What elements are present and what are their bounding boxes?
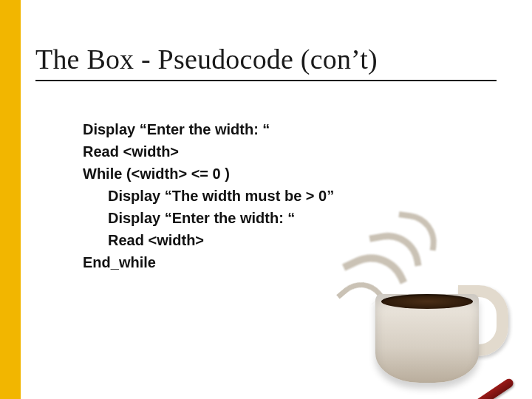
coffee-mug-icon [375, 294, 479, 383]
code-line: Display “The width must be > 0” [83, 185, 334, 207]
accent-sidebar [0, 0, 21, 399]
slide: The Box - Pseudocode (con’t) Display “En… [0, 0, 532, 399]
steam-icon [334, 200, 452, 303]
decorative-art [324, 213, 516, 390]
slide-title: The Box - Pseudocode (con’t) [35, 43, 378, 75]
code-line: Display “Enter the width: “ [83, 207, 334, 229]
code-line: Read <width> [83, 229, 334, 251]
code-line: While (<width> <= 0 ) [83, 163, 334, 185]
pen-icon [417, 375, 516, 399]
code-line: Display “Enter the width: “ [83, 118, 334, 140]
title-underline [35, 80, 497, 81]
pseudocode-block: Display “Enter the width: “ Read <width>… [83, 118, 334, 273]
code-line: End_while [83, 251, 334, 273]
code-line: Read <width> [83, 140, 334, 163]
mug-handle-icon [458, 285, 508, 356]
